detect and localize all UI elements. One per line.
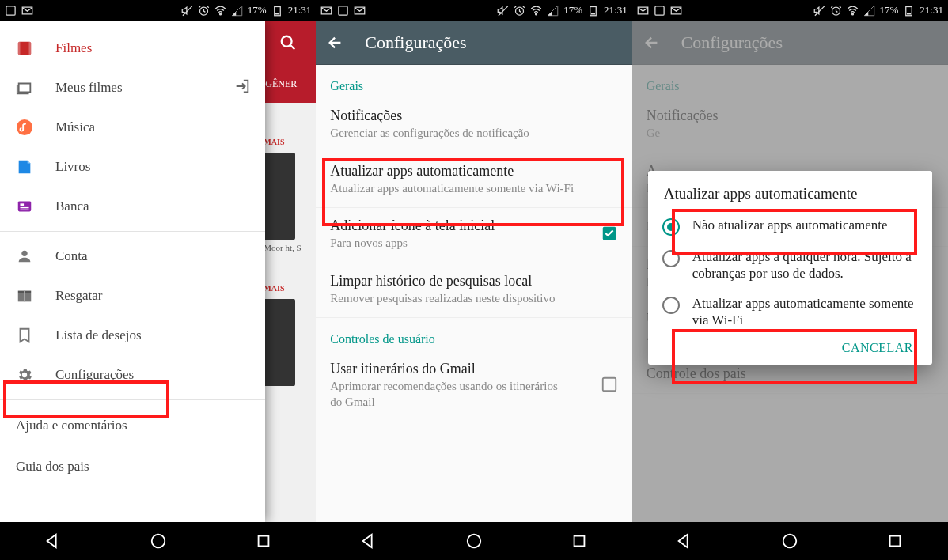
alarm-icon <box>198 5 210 17</box>
gmail-icon <box>354 5 366 17</box>
clock-text: 21:31 <box>288 4 312 17</box>
radio-option-none[interactable]: Não atualizar apps automaticamente <box>659 210 921 242</box>
recents-nav-icon[interactable] <box>886 532 904 550</box>
checkbox-unchecked-icon[interactable] <box>601 376 618 396</box>
svg-rect-22 <box>339 6 347 14</box>
setting-subtitle: Gerenciar as configurações de notificaçã… <box>330 126 617 142</box>
mail-icon <box>320 5 332 17</box>
search-icon[interactable] <box>279 34 297 51</box>
back-nav-icon[interactable] <box>360 532 377 550</box>
setting-subtitle: Para novos apps <box>330 236 617 252</box>
newsstand-icon <box>16 198 33 215</box>
gmail-icon <box>670 5 682 17</box>
gmail-icon <box>21 5 33 17</box>
svg-point-15 <box>21 251 27 256</box>
setting-subtitle: Aprimorar recomendações usando os itiner… <box>330 379 567 410</box>
drawer-label: Guia dos pais <box>16 459 89 474</box>
drawer-item-configuracoes[interactable]: Configurações <box>0 355 265 395</box>
back-nav-icon[interactable] <box>676 532 693 550</box>
radio-option-wifi[interactable]: Atualizar apps automaticamente somente v… <box>659 289 921 335</box>
svg-rect-9 <box>29 42 32 55</box>
drawer-item-resgatar[interactable]: Resgatar <box>0 276 265 316</box>
signal-icon <box>231 5 243 17</box>
phone-2-settings-screen: 17% 21:31 Configurações Gerais Notificaç… <box>316 0 631 560</box>
drawer-item-guia-pais[interactable]: Guia dos pais <box>0 446 265 487</box>
page-title: Configurações <box>365 32 466 53</box>
clock-text: 21:31 <box>920 4 943 17</box>
back-nav-icon[interactable] <box>44 532 62 550</box>
svg-rect-30 <box>602 378 616 392</box>
back-arrow-icon[interactable] <box>327 34 344 51</box>
drawer-label: Meus filmes <box>55 80 123 96</box>
gear-icon <box>16 366 33 384</box>
redeem-icon <box>16 287 33 305</box>
svg-rect-27 <box>592 6 594 6</box>
mute-icon <box>181 5 193 17</box>
drawer-label: Livros <box>55 159 90 175</box>
home-nav-icon[interactable] <box>465 532 483 550</box>
drawer-item-conta[interactable]: Conta <box>0 236 265 276</box>
drawer-item-musica[interactable]: Música <box>0 108 265 147</box>
drawer-item-ajuda[interactable]: Ajuda e comentários <box>0 405 265 446</box>
setting-notificacoes[interactable]: Notificações Gerenciar as configurações … <box>316 98 631 153</box>
svg-rect-4 <box>276 6 279 6</box>
link-mais[interactable]: MAIS <box>264 284 313 293</box>
mute-icon <box>813 5 825 17</box>
mail-icon <box>637 5 649 17</box>
link-mais[interactable]: MAIS <box>264 138 313 146</box>
drawer-label: Resgatar <box>55 288 102 304</box>
tab-genero[interactable]: GÊNER <box>265 78 297 90</box>
cancel-button[interactable]: CANCELAR <box>842 341 913 354</box>
svg-point-37 <box>851 13 853 14</box>
clock-text: 21:31 <box>604 4 628 17</box>
checkbox-checked-icon[interactable] <box>601 225 618 245</box>
mute-icon <box>497 5 509 17</box>
setting-add-icon[interactable]: Adicionar ícone à tela inicial Para novo… <box>316 208 631 263</box>
recents-nav-icon[interactable] <box>255 532 272 550</box>
drawer-label: Banca <box>55 199 89 214</box>
svg-point-2 <box>219 13 221 14</box>
android-nav-bar <box>632 522 948 560</box>
radio-option-always[interactable]: Atualizar apps a qualquer hora. Sujeito … <box>659 242 921 289</box>
battery-text: 17% <box>563 4 582 17</box>
radio-label: Não atualizar apps automaticamente <box>692 217 888 233</box>
svg-rect-39 <box>908 6 911 6</box>
setting-gmail-itin[interactable]: Usar itinerários do Gmail Aprimorar reco… <box>316 351 631 421</box>
drawer-item-livros[interactable]: Livros <box>0 147 265 187</box>
status-bar: 17% 21:31 <box>316 0 631 21</box>
drawer-item-lista-desejos[interactable]: Lista de desejos <box>0 316 265 355</box>
movies-icon <box>16 40 33 57</box>
svg-rect-42 <box>890 536 901 547</box>
app-bar: Configurações <box>316 21 631 65</box>
drawer-item-filmes[interactable]: Filmes <box>0 28 265 68</box>
phone-1-drawer-screen: 17% 21:31 GÊNER MAIS Moor ht, S MAIS <box>0 0 316 560</box>
battery-icon <box>271 5 283 17</box>
home-nav-icon[interactable] <box>781 532 798 550</box>
movie-thumbnail[interactable] <box>264 299 295 386</box>
library-icon <box>16 79 33 96</box>
drawer-item-meus-filmes[interactable]: Meus filmes <box>0 68 265 108</box>
auto-update-dialog: Atualizar apps automaticamente Não atual… <box>648 171 932 365</box>
alarm-icon <box>830 5 842 17</box>
wifi-icon <box>214 5 226 17</box>
movie-thumbnail[interactable] <box>264 153 295 240</box>
radio-label: Atualizar apps a qualquer hora. Sujeito … <box>692 248 918 282</box>
exit-icon <box>233 78 251 99</box>
svg-point-25 <box>536 13 537 14</box>
setting-label: Adicionar ícone à tela inicial <box>330 218 617 234</box>
wifi-icon <box>847 5 859 17</box>
drawer-item-banca[interactable]: Banca <box>0 187 265 226</box>
battery-text: 17% <box>880 4 899 17</box>
recents-nav-icon[interactable] <box>571 532 588 550</box>
drawer-label: Configurações <box>55 367 134 383</box>
setting-clear-history[interactable]: Limpar histórico de pesquisas local Remo… <box>316 263 631 319</box>
battery-icon <box>587 5 599 17</box>
screenshot-icon <box>654 5 665 17</box>
svg-rect-20 <box>258 536 268 547</box>
drawer-label: Filmes <box>55 40 92 56</box>
svg-rect-0 <box>6 6 15 14</box>
setting-auto-update[interactable]: Atualizar apps automaticamente Atualizar… <box>316 153 631 209</box>
home-nav-icon[interactable] <box>150 532 167 550</box>
svg-rect-32 <box>574 536 585 547</box>
section-header-controles: Controles de usuário <box>316 318 631 351</box>
